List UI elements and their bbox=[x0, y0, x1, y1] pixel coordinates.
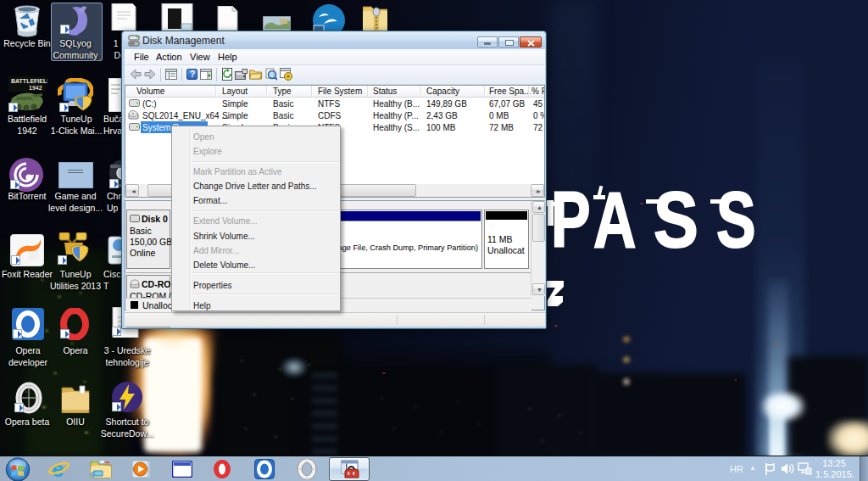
svg-text:e: e bbox=[52, 458, 64, 481]
svg-text:1942: 1942 bbox=[29, 85, 42, 91]
svg-text:BATTLEFIELD: BATTLEFIELD bbox=[11, 78, 47, 84]
